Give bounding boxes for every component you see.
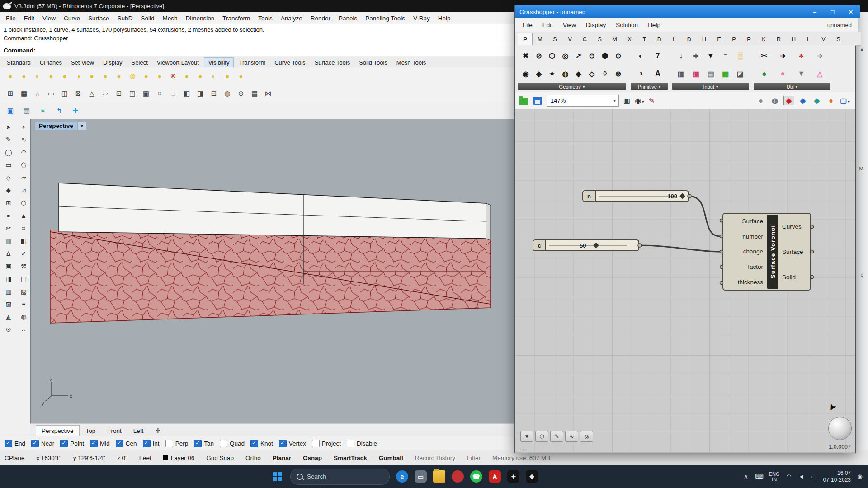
menu-item[interactable]: Mesh — [158, 15, 181, 22]
status-item[interactable]: z 0" — [117, 455, 127, 461]
menu-item[interactable]: Solid — [137, 15, 158, 22]
bulb-icon[interactable]: ● — [221, 69, 234, 83]
menu-item[interactable]: Edit — [20, 15, 38, 22]
status-item[interactable]: CPlane — [5, 455, 24, 461]
menu-item[interactable]: Surface — [84, 15, 113, 22]
box-icon[interactable]: ⊞ — [1, 197, 16, 209]
geometry-icon[interactable]: ◇ — [586, 70, 598, 78]
slider-grip-icon[interactable] — [593, 243, 599, 249]
category-tab[interactable]: D — [652, 33, 667, 45]
sphere-icon[interactable]: ● — [1, 209, 16, 222]
detail-icon[interactable]: ▥ — [1, 285, 16, 298]
draft-icon[interactable]: ⊠ — [71, 87, 85, 100]
preview-blue-icon[interactable]: ◆ — [798, 96, 808, 105]
primitive-icon[interactable]: ◐ — [635, 52, 646, 60]
pattern-icon[interactable]: ▧ — [16, 285, 32, 298]
layout-icon[interactable]: ≍ — [36, 104, 50, 117]
surface-icon[interactable]: ◇ — [1, 171, 16, 184]
panel-tab-label[interactable]: e — [856, 272, 868, 277]
widget-download-icon[interactable]: ▼ — [520, 431, 533, 442]
util-icon[interactable]: ✂ — [759, 52, 770, 60]
geometry-icon[interactable]: ⬡ — [546, 52, 558, 60]
status-item[interactable]: SmartTrack — [334, 455, 367, 461]
tree-icon[interactable]: ♠ — [759, 70, 770, 78]
geometry-icon[interactable]: ↗ — [573, 52, 585, 60]
menu-item[interactable]: SubD — [113, 15, 137, 22]
start-button[interactable] — [271, 470, 284, 483]
status-item[interactable]: Memory use: 607 MB — [492, 455, 550, 461]
geometry-icon[interactable]: ✦ — [546, 70, 558, 78]
viewport-tab[interactable]: Left — [128, 426, 149, 436]
input-icon[interactable]: ▤ — [705, 70, 717, 78]
component-input-label[interactable]: thickness — [738, 279, 763, 286]
toolbar-tab[interactable]: Curve Tools — [270, 58, 309, 67]
viewport-tab[interactable]: Front — [102, 426, 127, 436]
status-item[interactable]: Filter — [467, 455, 481, 461]
widget-hex-icon[interactable]: ⬡ — [535, 431, 548, 442]
palette-group-label[interactable]: Util — [754, 83, 830, 90]
mesh-grid-icon[interactable]: ▦ — [1, 235, 16, 247]
input-icon[interactable]: ≑ — [690, 52, 702, 60]
toolbar-tab[interactable]: CPlanes — [36, 58, 66, 67]
geometry-icon[interactable]: ⊘ — [533, 52, 545, 60]
undo-view-icon[interactable]: ↰ — [52, 104, 66, 117]
geometry-icon[interactable]: ◊ — [599, 70, 611, 78]
slider-track[interactable]: 50 — [546, 240, 638, 250]
draft-icon[interactable]: ⊟ — [207, 87, 221, 100]
menu-item[interactable]: Panels — [335, 15, 361, 22]
perspective-viewport[interactable]: Perspective ▼ — [30, 119, 517, 424]
sphere-wire-icon[interactable]: ◍ — [770, 96, 780, 105]
menu-item[interactable]: View — [38, 15, 60, 22]
draft-icon[interactable]: ≡ — [166, 87, 180, 100]
text-icon[interactable]: A — [652, 70, 664, 78]
bulb-icon[interactable]: ● — [17, 69, 31, 83]
check-icon[interactable]: ✓ — [16, 247, 32, 260]
notification-icon[interactable]: ◉ — [856, 473, 863, 480]
wedge-icon[interactable]: ⊿ — [16, 184, 32, 197]
mesh-icon[interactable]: ⌗ — [16, 222, 32, 235]
draft-icon[interactable]: ◰ — [126, 87, 139, 100]
scroll-up-icon[interactable]: ▴ — [856, 46, 868, 52]
grid-icon[interactable]: ▨ — [1, 298, 16, 310]
zoom-window-icon[interactable]: ▣ — [623, 96, 630, 105]
menu-item[interactable]: Display — [581, 22, 611, 28]
menu-item[interactable]: File — [518, 22, 538, 28]
category-tab[interactable]: T — [637, 33, 652, 45]
osnap-toggle[interactable]: Point — [60, 440, 84, 447]
toolbar-tab[interactable]: Viewport Layout — [153, 58, 203, 67]
toolbar-tab[interactable]: Mesh Tools — [392, 58, 430, 67]
swatch-icon[interactable]: ▒ — [735, 52, 746, 60]
component-output-label[interactable]: Surface — [782, 249, 803, 255]
maximize-button[interactable]: □ — [824, 5, 842, 18]
close-button[interactable]: ✕ — [842, 5, 860, 18]
category-tab[interactable]: H — [697, 33, 712, 45]
draft-icon[interactable]: ▱ — [99, 87, 112, 100]
menu-item[interactable]: View — [558, 22, 581, 28]
bulb-ring-icon[interactable]: ◍ — [126, 69, 139, 83]
geometry-icon[interactable]: ◎ — [559, 52, 571, 60]
component-input-label[interactable]: change — [743, 248, 763, 255]
paint-icon[interactable]: ✎ — [649, 96, 655, 105]
polyhedron-icon[interactable]: ⬡ — [16, 197, 32, 209]
widget-target-icon[interactable]: ◎ — [580, 431, 593, 442]
bulb-icon[interactable]: ● — [4, 69, 17, 83]
status-item[interactable]: Planar — [273, 455, 291, 461]
menu-item[interactable]: Tools — [254, 15, 277, 22]
grasshopper-canvas[interactable]: n 100 c 50 Surfacenumberchangefactorthic… — [515, 109, 855, 453]
taskbar-clock[interactable]: 16:07 07-10-2023 — [823, 470, 851, 483]
category-tab[interactable]: K — [756, 33, 771, 45]
geometry-icon[interactable]: ⊛ — [612, 70, 624, 78]
draft-icon[interactable]: ▤ — [248, 87, 261, 100]
bulb-icon[interactable]: ● — [180, 69, 193, 83]
add-icon[interactable]: ✚ — [69, 104, 82, 117]
draft-icon[interactable]: ⊞ — [4, 87, 17, 100]
black-app-icon-1[interactable]: ✦ — [507, 470, 519, 483]
draft-icon[interactable]: ⊕ — [234, 87, 248, 100]
component-output-label[interactable]: Curves — [782, 223, 802, 230]
status-item[interactable]: Osnap — [303, 455, 322, 461]
display-icon[interactable]: ▭ — [415, 470, 427, 483]
canvas-setting-icon[interactable]: ▢ — [840, 96, 850, 105]
category-tab[interactable]: P — [518, 33, 533, 45]
bulb-icon[interactable]: ● — [44, 69, 58, 83]
category-tab[interactable]: H — [786, 33, 801, 45]
